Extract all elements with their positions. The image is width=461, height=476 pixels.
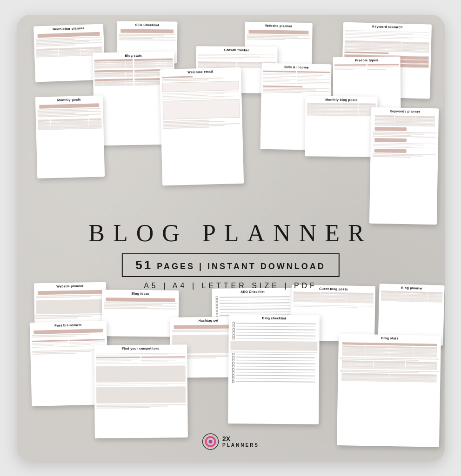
pages-number: 51 — [135, 258, 153, 272]
blog-planner-title: BLOG PLANNER — [88, 219, 372, 247]
card-monthly-blog: Monthly blog posts — [305, 96, 377, 157]
main-container: Newsletter planner SEO Checklist Website… — [17, 15, 445, 461]
pages-badge: 51 PAGES | INSTANT DOWNLOAD — [121, 253, 339, 277]
logo-container: 2X PLANNERS — [202, 433, 259, 450]
card-blog-ideas: Blog ideas — [101, 290, 179, 337]
svg-point-2 — [208, 440, 212, 443]
card-blog-checklist: Blog checklist — [227, 314, 319, 424]
logo-text: 2X PLANNERS — [222, 436, 259, 448]
card-find-competitors: Find your competitors — [94, 344, 188, 438]
card-keywords-planner: Keywords planner — [369, 107, 438, 225]
center-text-block: BLOG PLANNER 51 PAGES | INSTANT DOWNLOAD… — [88, 219, 372, 290]
card-blog-stats-bottom: Blog stats — [336, 334, 441, 447]
logo-icon — [202, 433, 219, 450]
size-line: A5 | A4 | LETTER SIZE | PDF — [88, 282, 372, 290]
card-welcome-email: Welcome email — [159, 67, 243, 185]
card-monthly-goals: Monthly goals — [35, 95, 105, 178]
